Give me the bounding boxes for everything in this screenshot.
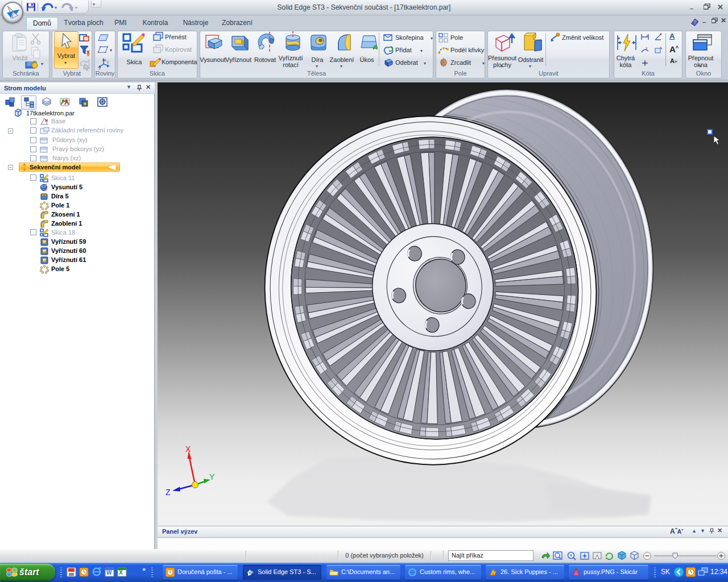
svg-text:x: x [646,34,648,38]
svg-text:y: y [107,60,109,64]
svg-text:Z: Z [166,488,171,497]
svg-text:Y: Y [209,472,215,481]
svg-text:X: X [119,569,123,576]
svg-text:?: ? [693,19,697,25]
svg-text:X: X [185,444,191,454]
svg-text:W: W [106,569,112,576]
svg-text:x: x [646,46,648,50]
